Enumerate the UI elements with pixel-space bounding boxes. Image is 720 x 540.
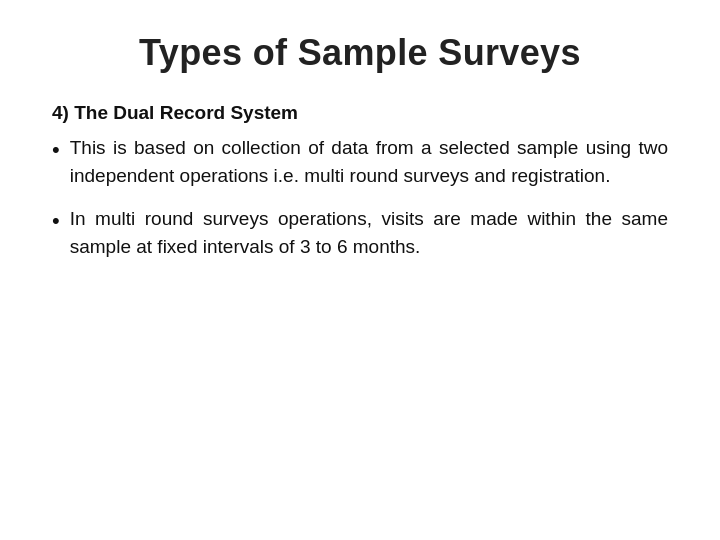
bullet-text-1: This is based on collection of data from… — [70, 134, 668, 189]
bullet-list: • This is based on collection of data fr… — [52, 134, 668, 276]
bullet-dot-2: • — [52, 206, 60, 236]
bullet-dot-1: • — [52, 135, 60, 165]
list-item: • In multi round surveys operations, vis… — [52, 205, 668, 260]
bullet-text-2: In multi round surveys operations, visit… — [70, 205, 668, 260]
list-item: • This is based on collection of data fr… — [52, 134, 668, 189]
section-heading: 4) The Dual Record System — [52, 102, 668, 124]
slide-title: Types of Sample Surveys — [52, 32, 668, 74]
slide: Types of Sample Surveys 4) The Dual Reco… — [0, 0, 720, 540]
